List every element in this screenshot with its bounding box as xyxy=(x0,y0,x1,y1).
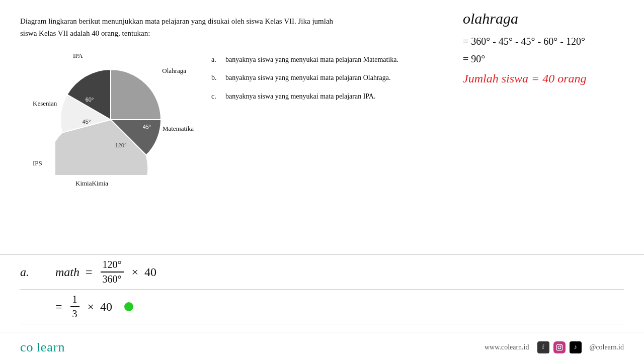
instagram-icon xyxy=(553,341,566,353)
math-word: math xyxy=(55,265,79,279)
question-label-b: b. xyxy=(211,72,221,83)
question-text-b: banyaknya siswa yang menyukai mata pelaj… xyxy=(225,72,390,83)
times-1: × xyxy=(132,265,139,279)
svg-text:45°: 45° xyxy=(143,124,151,130)
kesenian-label: Kesenian xyxy=(33,100,57,108)
green-dot-cursor xyxy=(124,302,133,311)
fraction-1: 120° 360° xyxy=(101,259,124,285)
matematika-label: Matematika xyxy=(163,125,194,133)
question-line1: Diagram lingkaran berikut menunjukkan ma… xyxy=(20,17,333,25)
fraction-2: 1 3 xyxy=(70,294,79,320)
kimia-label: KimiaKimia xyxy=(75,179,108,188)
times-2: × xyxy=(88,300,95,314)
numerator-1: 120° xyxy=(101,259,124,273)
handwriting-olahraga: olahraga xyxy=(463,10,634,27)
svg-text:120°: 120° xyxy=(115,142,127,148)
question-label-c: c. xyxy=(211,91,221,102)
question-text-c: banyaknya siswa yang menyukai mata pelaj… xyxy=(225,91,375,102)
question-item-c: c. banyaknya siswa yang menyukai mata pe… xyxy=(211,91,624,102)
numerator-2: 1 xyxy=(70,294,79,307)
right-panel: olahraga = 360° - 45° - 45° - 60° - 120°… xyxy=(463,10,634,85)
svg-text:45°: 45° xyxy=(83,119,91,125)
social-icons: f ♪ xyxy=(537,341,582,353)
pie-section: 45° 45° 60° 120° IPA Olahraga Kesenian xyxy=(20,49,201,190)
footer: co learn www.colearn.id f ♪ @colearn.id xyxy=(0,332,644,362)
value-1: 40 xyxy=(144,265,156,279)
calc-area: a. math = 120° 360° × 40 = 1 3 × 40 xyxy=(0,254,644,324)
question-label-a: a. xyxy=(211,54,221,65)
question-text-a: banyaknya siswa yang menyukai mata pelaj… xyxy=(225,54,398,65)
calc-expr-1: math = 120° 360° × 40 xyxy=(55,259,156,285)
facebook-icon: f xyxy=(537,341,549,353)
ipa-label: IPA xyxy=(73,52,83,60)
svg-point-5 xyxy=(558,346,561,349)
denominator-1: 360° xyxy=(101,273,124,285)
denominator-2: 3 xyxy=(70,307,79,320)
pie-container: 45° 45° 60° 120° IPA Olahraga Kesenian xyxy=(30,49,191,190)
svg-point-6 xyxy=(560,345,561,346)
tiktok-icon: ♪ xyxy=(570,341,582,353)
handwriting-students: Jumlah siswa = 40 orang xyxy=(463,72,634,85)
question-text: Diagram lingkaran berikut menunjukkan ma… xyxy=(20,15,448,39)
footer-logo: co learn xyxy=(20,340,65,355)
value-2: 40 xyxy=(100,300,112,314)
footer-right: www.colearn.id f ♪ @colearn.id xyxy=(485,341,624,353)
calc-label-a: a. xyxy=(20,265,55,279)
logo-learn: learn xyxy=(37,340,65,354)
svg-rect-4 xyxy=(556,344,562,350)
calc-row-1: a. math = 120° 360° × 40 xyxy=(20,255,624,290)
handwriting-result: = 90° xyxy=(463,53,634,65)
ips-label: IPS xyxy=(33,159,42,167)
calc-expr-2: = 1 3 × 40 xyxy=(55,294,133,320)
svg-text:60°: 60° xyxy=(86,97,94,103)
question-line2: siswa Kelas VII adalah 40 orang, tentuka… xyxy=(20,29,150,37)
logo-co: co xyxy=(20,340,34,354)
equals-1: = xyxy=(86,265,93,279)
formula-line2: = 90° xyxy=(463,53,485,64)
calc-row-2: = 1 3 × 40 xyxy=(20,290,624,324)
handwriting-formula: = 360° - 45° - 45° - 60° - 120° xyxy=(463,32,634,50)
pie-chart-svg: 45° 45° 60° 120° xyxy=(55,64,166,175)
equals-2: = xyxy=(55,300,62,314)
footer-handle: @colearn.id xyxy=(590,343,624,351)
formula-line1: = 360° - 45° - 45° - 60° - 120° xyxy=(463,36,585,47)
footer-url: www.colearn.id xyxy=(485,343,529,351)
